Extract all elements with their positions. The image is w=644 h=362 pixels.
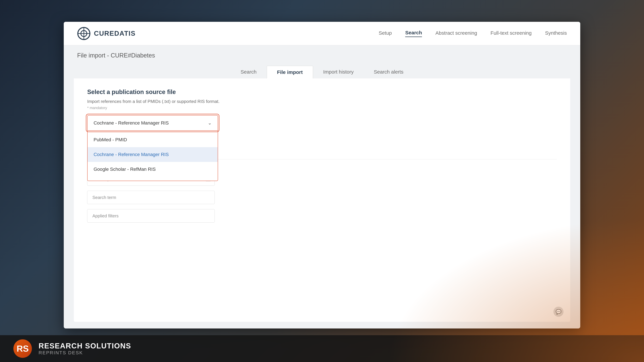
nav-fulltext-screening[interactable]: Full-text screening bbox=[490, 30, 532, 37]
option-cochrane-ris[interactable]: Cochrane - Reference Manager RIS bbox=[88, 147, 218, 162]
tab-search-alerts[interactable]: Search alerts bbox=[364, 66, 414, 78]
content-area: Select a publication source file Import … bbox=[74, 78, 570, 322]
footer-logo: RS bbox=[14, 339, 32, 358]
dropdown-options: PubMed - PMID Cochrane - Reference Manag… bbox=[88, 131, 218, 181]
footer-sub: REPRINTS DESK bbox=[38, 350, 131, 356]
chevron-down-icon: ⌄ bbox=[208, 120, 212, 126]
option-pubmed-pmid[interactable]: PubMed - PMID bbox=[88, 132, 218, 147]
search-term-row: Search term bbox=[87, 191, 215, 204]
dropdown-selected-value: Cochrane - Reference Manager RIS bbox=[94, 120, 169, 126]
applied-filters-label: Applied filters bbox=[88, 213, 214, 219]
footer-text: RESEARCH SOLUTIONS REPRINTS DESK bbox=[38, 342, 131, 356]
nav-setup[interactable]: Setup bbox=[379, 30, 392, 37]
search-term-label: Search term bbox=[88, 195, 214, 200]
section-description: Import references from a list of PMIDs (… bbox=[87, 99, 557, 104]
source-dropdown-list: PubMed - PMID Cochrane - Reference Manag… bbox=[87, 131, 218, 181]
chat-icon[interactable]: 💬 bbox=[554, 307, 564, 317]
source-dropdown-container: Cochrane - Reference Manager RIS ⌄ PubMe… bbox=[87, 115, 218, 131]
main-nav: Setup Search Abstract screening Full-tex… bbox=[379, 30, 567, 37]
nav-abstract-screening[interactable]: Abstract screening bbox=[435, 30, 477, 37]
nav-synthesis[interactable]: Synthesis bbox=[545, 30, 567, 37]
search-term-field: Search term bbox=[87, 191, 557, 204]
footer-logo-letters: RS bbox=[16, 344, 29, 354]
mandatory-label: * mandatory bbox=[87, 106, 557, 110]
page-title: File import - CURE#Diabetes bbox=[77, 52, 155, 59]
applied-filters-field: Applied filters bbox=[87, 209, 557, 223]
tab-import-history[interactable]: Import history bbox=[313, 66, 364, 78]
tab-file-import[interactable]: File import bbox=[267, 66, 313, 78]
curedatis-logo-icon bbox=[77, 27, 90, 40]
applied-filters-row: Applied filters bbox=[87, 209, 215, 223]
top-nav: CUREDATIS Setup Search Abstract screenin… bbox=[64, 22, 580, 45]
nav-search[interactable]: Search bbox=[405, 30, 422, 37]
logo-area: CUREDATIS bbox=[77, 27, 136, 40]
option-endnote-ris[interactable]: EndNote - RefMan RIS [.txt] bbox=[88, 177, 218, 181]
logo-text: CUREDATIS bbox=[94, 30, 136, 37]
page-header: File import - CURE#Diabetes bbox=[64, 45, 580, 59]
option-google-scholar-ris[interactable]: Google Scholar - RefMan RIS bbox=[88, 162, 218, 177]
footer-bar: RS RESEARCH SOLUTIONS REPRINTS DESK bbox=[0, 335, 644, 362]
tabs-row: Search File import Import history Search… bbox=[64, 59, 580, 78]
tab-search[interactable]: Search bbox=[230, 66, 267, 78]
source-dropdown-trigger[interactable]: Cochrane - Reference Manager RIS ⌄ bbox=[87, 115, 218, 131]
main-window: CUREDATIS Setup Search Abstract screenin… bbox=[64, 22, 580, 329]
footer-brand: RESEARCH SOLUTIONS bbox=[38, 342, 131, 350]
section-title: Select a publication source file bbox=[87, 88, 557, 95]
